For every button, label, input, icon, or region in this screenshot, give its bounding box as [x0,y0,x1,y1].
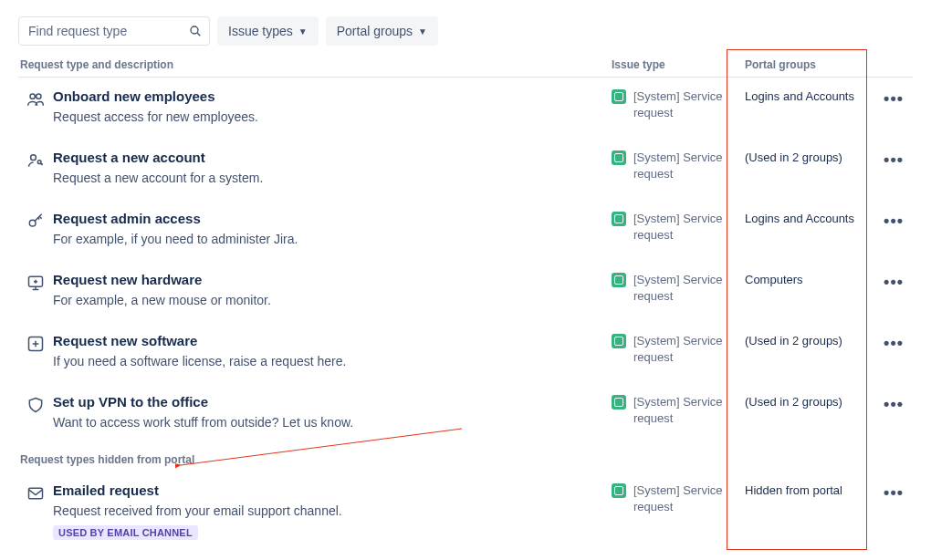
more-actions-button[interactable]: ••• [880,212,907,231]
more-actions-button[interactable]: ••• [880,89,907,109]
more-actions-button[interactable]: ••• [880,273,907,292]
svg-point-8 [29,220,36,226]
request-type-description: Request access for new employees. [53,109,593,124]
svg-point-4 [30,94,35,99]
issue-type-icon [612,273,626,287]
request-type-description: If you need a software license, raise a … [53,354,593,368]
table-row: Request new hardwareFor example, a new m… [18,261,913,322]
issue-type-label: [System] Service request [633,88,745,120]
portal-group-value: (Used in 2 groups) [745,150,880,185]
table-row: Request a new accountRequest a new accou… [18,139,913,200]
chevron-down-icon: ▼ [418,26,427,36]
issue-types-dropdown[interactable]: Issue types ▼ [217,16,319,46]
table-row: Emailed requestRequest received from you… [18,472,913,555]
table-row: Request admin accessFor example, if you … [18,200,913,261]
request-type-description: Want to access work stuff from outside? … [53,415,593,430]
issue-type-icon [612,334,626,348]
portal-group-value: (Used in 2 groups) [745,394,880,430]
svg-rect-11 [29,488,43,499]
request-type-description: For example, a new mouse or monitor. [53,293,593,307]
issue-type-label: [System] Service request [633,394,745,426]
request-type-title[interactable]: Request new software [53,333,593,348]
issue-type-label: [System] Service request [633,150,745,181]
portal-group-value: (Used in 2 groups) [745,333,880,368]
issue-type-icon [612,395,626,410]
issue-type-label: [System] Service request [633,272,745,304]
more-actions-button[interactable]: ••• [880,483,907,503]
dropdown-label: Portal groups [337,24,413,38]
portal-group-value: Hidden from portal [745,482,880,540]
key-icon [18,211,53,246]
request-type-title[interactable]: Request a new account [53,150,593,165]
monitor-add-icon [18,272,53,307]
table-header-row: Request type and description Issue type … [18,58,913,78]
issue-type-label: [System] Service request [633,333,745,365]
header-issue-type: Issue type [612,58,745,71]
svg-point-5 [37,94,41,99]
portal-group-value: Logins and Accounts [745,211,880,246]
hidden-section-label: Request types hidden from portal [18,444,913,472]
header-request-type: Request type and description [18,58,612,71]
request-type-title[interactable]: Request admin access [53,211,593,226]
table-row: Onboard new employeesRequest access for … [18,78,913,139]
dropdown-label: Issue types [228,24,293,38]
request-type-title[interactable]: Emailed request [53,482,593,498]
issue-type-icon [612,89,626,104]
chevron-down-icon: ▼ [298,26,308,36]
portal-group-value: Logins and Accounts [745,88,880,124]
issue-type-icon [612,212,626,226]
request-type-description: Request a new account for a system. [53,171,593,185]
more-actions-button[interactable]: ••• [880,395,907,414]
svg-point-6 [31,155,37,161]
request-type-description: Request received from your email support… [53,503,593,518]
issue-type-label: [System] Service request [633,211,745,243]
more-actions-button[interactable]: ••• [880,334,907,353]
people-icon [18,88,53,124]
portal-group-value: Computers [745,272,880,307]
app-add-icon [18,333,53,368]
table-row: Request new softwareIf you need a softwa… [18,322,913,383]
more-actions-button[interactable]: ••• [880,150,907,170]
issue-type-icon [612,483,626,498]
mail-icon [18,482,53,540]
table-row: Set up VPN to the officeWant to access w… [18,383,913,444]
header-portal-groups: Portal groups [745,58,880,71]
shield-icon [18,394,53,430]
request-type-title[interactable]: Set up VPN to the office [53,394,593,410]
request-type-title[interactable]: Request new hardware [53,272,593,287]
email-channel-badge: USED BY EMAIL CHANNEL [53,525,198,540]
request-type-title[interactable]: Onboard new employees [53,88,593,104]
request-type-description: For example, if you need to administer J… [53,232,593,246]
issue-type-label: [System] Service request [633,482,745,514]
search-input[interactable] [18,16,210,46]
issue-type-icon [612,150,626,165]
search-wrapper [18,16,210,46]
portal-groups-dropdown[interactable]: Portal groups ▼ [326,16,438,46]
person-key-icon [18,150,53,185]
